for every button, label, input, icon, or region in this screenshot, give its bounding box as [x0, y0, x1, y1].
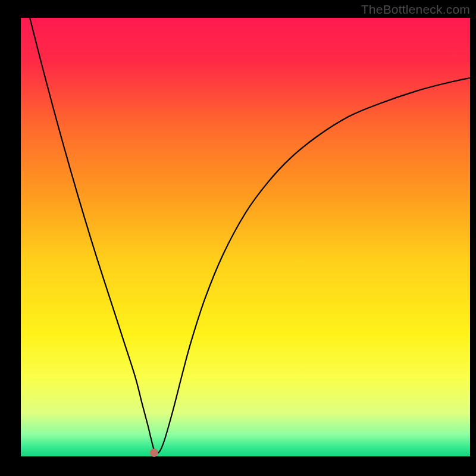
bottleneck-curve: [21, 18, 470, 456]
chart-container: TheBottleneck.com: [0, 0, 476, 476]
watermark-text: TheBottleneck.com: [361, 2, 470, 17]
plot-frame: [21, 18, 470, 456]
marker-dot: [150, 449, 158, 457]
